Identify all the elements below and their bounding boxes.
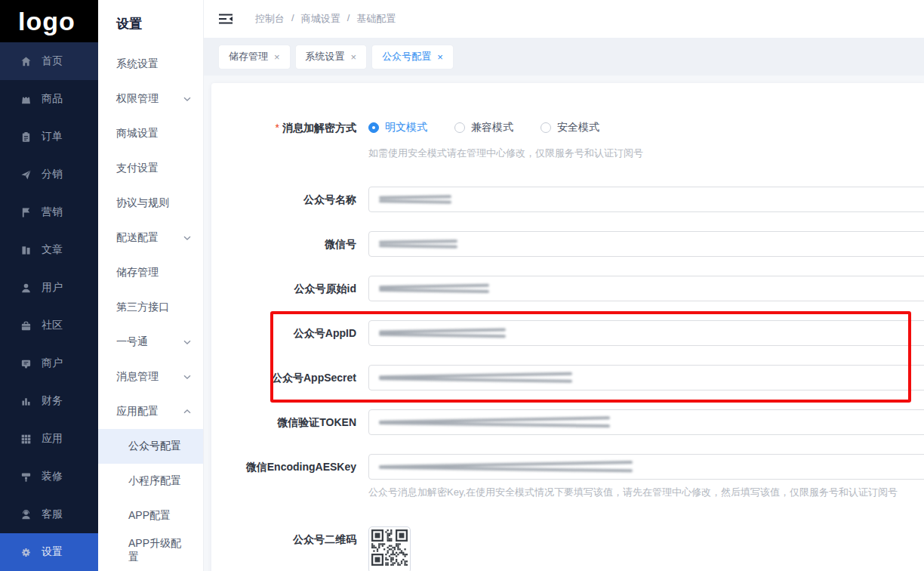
tab-storage[interactable]: 储存管理 ×: [219, 45, 290, 69]
menu-item-mall-settings[interactable]: 商城设置: [98, 116, 203, 151]
settings-submenu: 设置 系统设置 权限管理 商城设置 支付设置 协议与规则 配送配置 储存管理 第…: [98, 0, 204, 571]
form-row-appsecret: 公众号AppSecret: [211, 365, 924, 390]
breadcrumb-item-basic-config: 基础配置: [356, 12, 396, 26]
redacted-value: [379, 239, 457, 249]
sidebar-item-merchant[interactable]: 商户: [0, 344, 98, 382]
close-tab-icon[interactable]: ×: [274, 51, 280, 63]
logo: logo: [0, 0, 98, 42]
redacted-value: [379, 195, 451, 205]
menu-item-messages[interactable]: 消息管理: [98, 360, 203, 394]
collapse-sidebar-icon[interactable]: [217, 12, 234, 26]
finance-icon: [20, 396, 32, 407]
breadcrumb-item-console[interactable]: 控制台: [255, 12, 285, 26]
menu-item-app-upgrade-config[interactable]: APP升级配置: [98, 533, 203, 568]
menu-item-mini-program-config[interactable]: 小程序配置: [98, 464, 203, 498]
field-label: 公众号原始id: [211, 276, 368, 301]
sidebar-item-home[interactable]: 首页: [0, 42, 98, 80]
field-label: 公众号名称: [211, 187, 368, 212]
service-icon: [20, 509, 32, 520]
main-area: 控制台 / 商城设置 / 基础配置 储存管理 × 系统设置 × 公众号配置 × …: [204, 0, 924, 571]
menu-item-app-config-item[interactable]: APP配置: [98, 498, 203, 533]
field-label: 公众号AppSecret: [211, 365, 368, 390]
radio-compatible-mode[interactable]: 兼容模式: [454, 121, 513, 134]
menu-item-yihaotong[interactable]: 一号通: [98, 325, 203, 360]
article-icon: [20, 245, 32, 256]
field-label: *消息加解密方式: [211, 115, 368, 160]
sidebar-item-finance[interactable]: 财务: [0, 382, 98, 420]
sidebar-item-service[interactable]: 客服: [0, 495, 98, 533]
menu-item-third-party[interactable]: 第三方接口: [98, 290, 203, 325]
account-name-input[interactable]: [368, 187, 924, 212]
radio-selected-icon: [368, 122, 379, 133]
settings-icon: [20, 547, 32, 558]
chevron-up-icon: [183, 408, 191, 415]
radio-secure-mode[interactable]: 安全模式: [541, 121, 599, 134]
radio-unselected-icon: [541, 122, 551, 133]
sidebar-item-articles[interactable]: 文章: [0, 231, 98, 269]
sidebar-nav: 首页 商品 订单 分销 营销 文章 用户 社区: [0, 42, 98, 571]
form-row-appid: 公众号AppID: [211, 320, 924, 346]
menu-item-app-config[interactable]: 应用配置: [98, 394, 203, 429]
home-icon: [20, 56, 32, 67]
original-id-input[interactable]: [368, 276, 924, 301]
sidebar-item-settings[interactable]: 设置: [0, 533, 98, 571]
form-row-account-name: 公众号名称: [211, 187, 924, 212]
close-tab-icon[interactable]: ×: [351, 51, 357, 63]
wechat-id-input[interactable]: [368, 231, 924, 257]
breadcrumb-separator: /: [347, 12, 350, 26]
menu-item-system-settings[interactable]: 系统设置: [98, 47, 203, 82]
appid-input[interactable]: [368, 320, 924, 346]
form-row-token: 微信验证TOKEN: [211, 409, 924, 435]
field-label: 公众号AppID: [211, 320, 368, 346]
goods-icon: [20, 94, 32, 105]
field-label: 微信验证TOKEN: [211, 409, 368, 435]
form-row-original-id: 公众号原始id: [211, 276, 924, 301]
sidebar-item-goods[interactable]: 商品: [0, 80, 98, 118]
redacted-value: [379, 462, 633, 472]
radio-plaintext-mode[interactable]: 明文模式: [368, 121, 427, 134]
menu-item-agreements[interactable]: 协议与规则: [98, 186, 203, 221]
appsecret-input[interactable]: [368, 365, 924, 390]
form-row-encryption-mode: *消息加解密方式 明文模式 兼容模式 安全模式: [211, 115, 924, 160]
chevron-down-icon: [183, 338, 191, 346]
tab-system-settings[interactable]: 系统设置 ×: [296, 45, 367, 69]
form-row-wechat-id: 微信号: [211, 231, 924, 257]
field-label: 微信EncodingAESKey: [211, 454, 368, 499]
menu-item-permissions[interactable]: 权限管理: [98, 82, 203, 116]
breadcrumb-item-mall-settings[interactable]: 商城设置: [301, 12, 340, 26]
sidebar-item-decoration[interactable]: 装修: [0, 458, 98, 495]
user-icon: [20, 282, 32, 294]
redacted-value: [379, 329, 506, 338]
menu-item-delivery[interactable]: 配送配置: [98, 221, 203, 255]
open-tabs-bar: 储存管理 × 系统设置 × 公众号配置 ×: [204, 38, 924, 76]
token-input[interactable]: [368, 409, 924, 435]
breadcrumb-separator: /: [291, 12, 294, 26]
aeskey-input[interactable]: [368, 454, 924, 480]
menu-item-official-account-config[interactable]: 公众号配置: [98, 429, 203, 464]
chevron-down-icon: [183, 373, 191, 381]
menu-item-storage[interactable]: 储存管理: [98, 255, 203, 290]
tab-official-account-config[interactable]: 公众号配置 ×: [372, 45, 453, 69]
apps-icon: [20, 434, 32, 445]
encryption-mode-radio-group: 明文模式 兼容模式 安全模式: [368, 115, 924, 140]
sidebar-item-orders[interactable]: 订单: [0, 118, 98, 156]
encryption-help-text: 如需使用安全模式请在管理中心修改，仅限服务号和认证订阅号: [368, 147, 924, 160]
field-label: 微信号: [211, 231, 368, 257]
redacted-value: [379, 284, 489, 294]
sidebar-item-community[interactable]: 社区: [0, 307, 98, 344]
required-asterisk: *: [276, 122, 279, 134]
form-row-aeskey: 微信EncodingAESKey 公众号消息加解密Key,在使用安全模式情况下要…: [211, 454, 924, 499]
redacted-value: [379, 418, 610, 427]
config-form-card: *消息加解密方式 明文模式 兼容模式 安全模式: [211, 83, 924, 571]
sidebar-item-users[interactable]: 用户: [0, 269, 98, 307]
sidebar-item-marketing[interactable]: 营销: [0, 193, 98, 231]
sidebar-item-apps[interactable]: 应用: [0, 420, 98, 458]
distribution-icon: [20, 169, 32, 181]
close-tab-icon[interactable]: ×: [437, 51, 443, 63]
menu-item-payment[interactable]: 支付设置: [98, 151, 203, 186]
chevron-down-icon: [183, 234, 191, 242]
decoration-icon: [20, 471, 32, 483]
radio-unselected-icon: [454, 122, 465, 133]
sidebar-item-distribution[interactable]: 分销: [0, 156, 98, 193]
topbar: 控制台 / 商城设置 / 基础配置: [204, 0, 924, 38]
